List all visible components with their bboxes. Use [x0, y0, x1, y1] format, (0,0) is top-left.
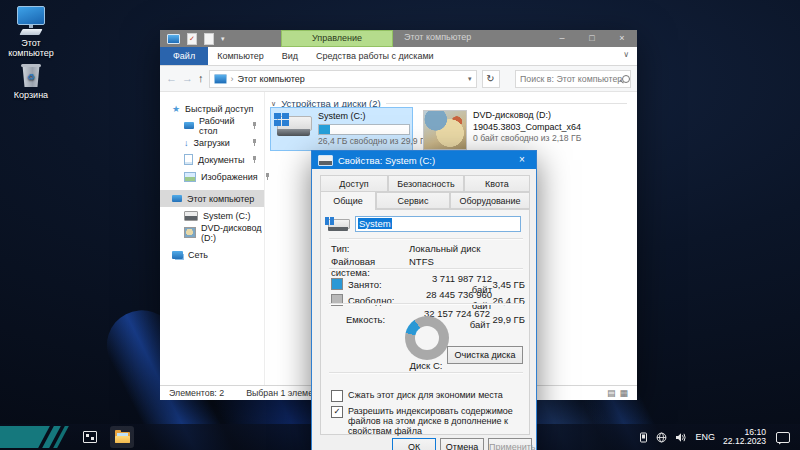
maximize-button[interactable]: □	[577, 30, 607, 47]
task-view-button[interactable]	[78, 426, 102, 448]
sidebar-item-this-pc[interactable]: Этот компьютер	[160, 190, 264, 207]
address-bar: ← → ↑ › Этот компьютер ▾ ↻ Поиск в: Этот…	[160, 66, 637, 92]
star-icon: ★	[172, 104, 180, 114]
sidebar-item-system-c[interactable]: System (C:)	[160, 207, 264, 224]
disk-cleanup-button[interactable]: Очистка диска	[447, 346, 523, 364]
tab-sharing[interactable]: Доступ	[320, 175, 388, 192]
usb-device-icon[interactable]	[639, 432, 648, 443]
sidebar-item-desktop[interactable]: Рабочий стол	[160, 117, 264, 134]
back-button[interactable]: ←	[166, 73, 177, 84]
notifications-icon[interactable]	[776, 432, 790, 443]
dialog-close-button[interactable]: ×	[508, 151, 536, 169]
network-globe-icon[interactable]	[656, 432, 667, 443]
ribbon-tabs: Файл Компьютер Вид Средства работы с дис…	[160, 47, 637, 66]
compress-checkbox-row[interactable]: Сжать этот диск для экономии места	[331, 390, 527, 402]
brand-logo	[0, 424, 70, 450]
screen: Этот компьютер ♻ Корзина ✓ ▾ Управление …	[0, 0, 800, 450]
tab-drive-tools[interactable]: Средства работы с дисками	[307, 47, 443, 65]
network-icon	[172, 251, 183, 259]
volume-name-input[interactable]: System	[355, 216, 521, 232]
sidebar-item-quick-access[interactable]: ★ Быстрый доступ	[160, 100, 264, 117]
this-pc-icon	[172, 195, 182, 202]
sidebar-item-label: Документы	[198, 155, 244, 165]
forward-button[interactable]: →	[182, 73, 193, 84]
type-row: Тип: Локальный диск	[331, 243, 523, 254]
checkbox-unchecked[interactable]	[331, 390, 343, 402]
window-title: Этот компьютер	[404, 32, 471, 42]
checkbox-checked[interactable]: ✓	[331, 406, 343, 418]
windows-logo-icon	[274, 113, 289, 126]
sidebar-item-documents[interactable]: Документы	[160, 151, 264, 168]
pictures-icon	[184, 172, 196, 182]
sidebar-item-dvd-d[interactable]: DVD-дисковод (D:)	[160, 224, 264, 241]
clock[interactable]: 16:10 22.12.2023	[723, 428, 766, 447]
qat-dropdown-icon[interactable]: ▾	[221, 35, 225, 43]
tab-file[interactable]: Файл	[160, 47, 208, 65]
this-pc-icon	[2, 6, 60, 35]
drive-free-space: 26,4 ГБ свободно из 29,9 ГБ	[318, 136, 430, 148]
volume-icon[interactable]	[675, 432, 687, 443]
desktop-icon-this-pc[interactable]: Этот компьютер	[2, 6, 60, 58]
search-placeholder: Поиск в: Этот компьютер	[520, 74, 622, 84]
tab-view[interactable]: Вид	[273, 47, 307, 65]
drive-item-system-c[interactable]: System (C:) 26,4 ГБ свободно из 29,9 ГБ	[270, 107, 413, 151]
breadcrumb[interactable]: Этот компьютер	[238, 74, 305, 84]
sidebar-item-pictures[interactable]: Изображения	[160, 168, 264, 185]
index-checkbox-row[interactable]: ✓ Разрешить индексировать содержимое фай…	[331, 406, 527, 436]
desktop-icon-recycle-bin[interactable]: ♻ Корзина	[2, 64, 60, 100]
usage-size: 3,45 ГБ	[492, 279, 525, 290]
system-tray: ENG 16:10 22.12.2023	[639, 428, 800, 447]
tab-tools[interactable]: Сервис	[376, 192, 450, 209]
refresh-button[interactable]: ↻	[482, 70, 500, 88]
up-button[interactable]: ↑	[198, 73, 204, 84]
drive-item-dvd-d[interactable]: DVD-дисковод (D:) 19045.3803_Compact_x64…	[420, 107, 610, 151]
details-view-icon[interactable]: ▤	[607, 388, 616, 398]
dialog-title: Свойства: System (C:)	[338, 155, 435, 166]
usage-label: Емкость:	[346, 314, 408, 325]
items-count: Элементов: 2	[169, 388, 224, 398]
dialog-titlebar: Свойства: System (C:) ×	[312, 151, 536, 169]
apply-button[interactable]: Применить	[488, 438, 532, 450]
field-value: Локальный диск	[409, 243, 480, 254]
sidebar-item-downloads[interactable]: ↓ Загрузки	[160, 134, 264, 151]
properties-icon[interactable]: ✓	[187, 33, 197, 45]
tab-general[interactable]: Общие	[320, 191, 376, 210]
sidebar-item-label: Изображения	[201, 172, 258, 182]
field-label: Тип:	[331, 243, 409, 254]
address-input[interactable]: › Этот компьютер ▾	[209, 70, 477, 88]
computer-icon[interactable]	[167, 34, 180, 44]
properties-dialog: Свойства: System (C:) × Доступ Безопасно…	[311, 150, 537, 450]
contextual-tab-management[interactable]: Управление	[281, 30, 393, 47]
tab-hardware[interactable]: Оборудование	[450, 192, 530, 209]
desktop-icon-label: Этот компьютер	[2, 38, 60, 58]
sidebar-item-network[interactable]: Сеть	[160, 246, 264, 263]
task-view-icon	[83, 431, 97, 443]
dvd-thumbnail	[423, 110, 467, 150]
usage-label: Занято:	[348, 279, 410, 290]
volume-label: 19045.3803_Compact_x64	[473, 122, 581, 134]
checkbox-label: Сжать этот диск для экономии места	[348, 390, 503, 402]
tab-computer[interactable]: Компьютер	[208, 47, 273, 65]
tab-quota[interactable]: Квота	[464, 175, 530, 192]
file-explorer-button[interactable]	[110, 426, 134, 448]
desktop-icon	[184, 122, 194, 129]
close-button[interactable]: ×	[607, 30, 637, 47]
window-controls: – □ ×	[547, 30, 637, 47]
computer-icon	[214, 74, 227, 84]
pin-icon	[250, 122, 257, 129]
quick-access-toolbar: ✓ ▾	[160, 33, 225, 45]
tab-security[interactable]: Безопасность	[388, 175, 464, 192]
ok-button[interactable]: ОК	[392, 438, 436, 450]
drive-icon	[318, 155, 333, 166]
ribbon-collapse-icon[interactable]: ∨	[623, 50, 629, 59]
address-dropdown-icon[interactable]: ▾	[468, 75, 472, 83]
thumbnails-view-icon[interactable]: ▦	[619, 388, 628, 398]
dialog-tab-row-1: Доступ Безопасность Квота	[320, 175, 530, 192]
minimize-button[interactable]: –	[547, 30, 577, 47]
language-indicator[interactable]: ENG	[695, 432, 715, 442]
pin-icon	[250, 156, 257, 163]
new-folder-icon[interactable]	[204, 33, 214, 45]
search-input[interactable]: Поиск в: Этот компьютер	[515, 70, 631, 88]
cancel-button[interactable]: Отмена	[440, 438, 484, 450]
sidebar-item-label: DVD-дисковод (D:)	[201, 223, 264, 243]
